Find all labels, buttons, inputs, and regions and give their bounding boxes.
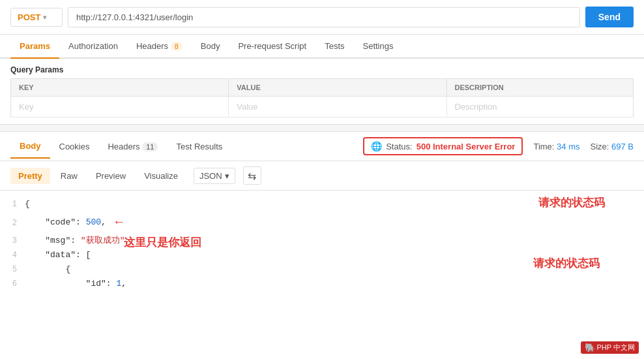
tab-settings[interactable]: Settings — [354, 35, 403, 59]
json-line-3: 3 "msg": "获取成功", — [0, 234, 644, 248]
status-label: Status: — [386, 142, 412, 151]
method-label: POST — [18, 12, 40, 22]
json-line-6: 6 "id": 1, — [0, 277, 644, 291]
request-tabs: Params Authorization Headers 8 Body Pre-… — [0, 35, 644, 59]
tab-body-response[interactable]: Body — [10, 134, 50, 159]
tab-tests[interactable]: Tests — [315, 35, 353, 59]
tab-headers[interactable]: Headers 8 — [127, 35, 192, 59]
desc-cell[interactable]: Description — [446, 97, 634, 117]
col-value-header: VALUE — [229, 79, 446, 97]
response-tabs-row: Body Cookies Headers 11 Test Results 🌐 S… — [0, 132, 644, 161]
dropdown-icon: ▾ — [225, 171, 229, 181]
query-params-label: Query Params — [10, 65, 634, 74]
top-bar: POST ▾ Send — [0, 0, 644, 35]
time-label: Time: 34 ms — [533, 142, 579, 151]
response-status-area: 🌐 Status: 500 Internal Server Error Time… — [363, 132, 634, 161]
json-body: 1 { 2 "code": 500, ← 3 "msg": "获取成功", 4 … — [0, 191, 644, 298]
send-button[interactable]: Send — [585, 7, 634, 27]
response-section: Body Cookies Headers 11 Test Results 🌐 S… — [0, 132, 644, 298]
arrow-to-code: ← — [115, 211, 123, 234]
globe-icon: 🌐 — [371, 141, 382, 151]
col-desc-header: DESCRIPTION — [446, 79, 634, 97]
format-pretty[interactable]: Pretty — [10, 168, 50, 184]
tab-params[interactable]: Params — [10, 35, 59, 59]
format-raw[interactable]: Raw — [53, 168, 85, 184]
tab-authorization[interactable]: Authorization — [59, 35, 127, 59]
json-line-2: 2 "code": 500, ← — [0, 211, 644, 234]
tab-prerequest[interactable]: Pre-request Script — [229, 35, 315, 59]
json-line-5: 5 { — [0, 262, 644, 277]
wrap-icon[interactable]: ⇆ — [243, 166, 261, 185]
tab-body[interactable]: Body — [192, 35, 229, 59]
json-line-1: 1 { — [0, 197, 644, 211]
section-divider — [0, 124, 644, 132]
json-line-4: 4 "data": [ — [0, 248, 644, 262]
format-preview[interactable]: Preview — [88, 168, 134, 184]
params-table: KEY VALUE DESCRIPTION Key Value Descript… — [10, 78, 634, 117]
status-box: 🌐 Status: 500 Internal Server Error — [363, 137, 523, 155]
key-cell[interactable]: Key — [11, 97, 229, 117]
query-params-section: Query Params — [0, 59, 644, 74]
method-select[interactable]: POST ▾ — [10, 8, 63, 27]
size-label: Size: 697 B — [590, 142, 634, 151]
format-tabs-row: Pretty Raw Preview Visualize JSON ▾ ⇆ — [0, 161, 644, 191]
url-input[interactable] — [68, 7, 580, 27]
json-format-select[interactable]: JSON ▾ — [194, 168, 235, 184]
value-cell[interactable]: Value — [229, 97, 446, 117]
tab-test-results[interactable]: Test Results — [167, 135, 231, 159]
status-value: 500 Internal Server Error — [417, 142, 516, 151]
tab-cookies[interactable]: Cookies — [50, 135, 99, 159]
json-format-label: JSON — [199, 171, 222, 181]
col-key-header: KEY — [11, 79, 229, 97]
format-visualize[interactable]: Visualize — [136, 168, 186, 184]
tab-headers-response[interactable]: Headers 11 — [98, 135, 167, 159]
params-placeholder-row: Key Value Description — [11, 97, 634, 117]
chevron-down-icon: ▾ — [43, 14, 46, 21]
